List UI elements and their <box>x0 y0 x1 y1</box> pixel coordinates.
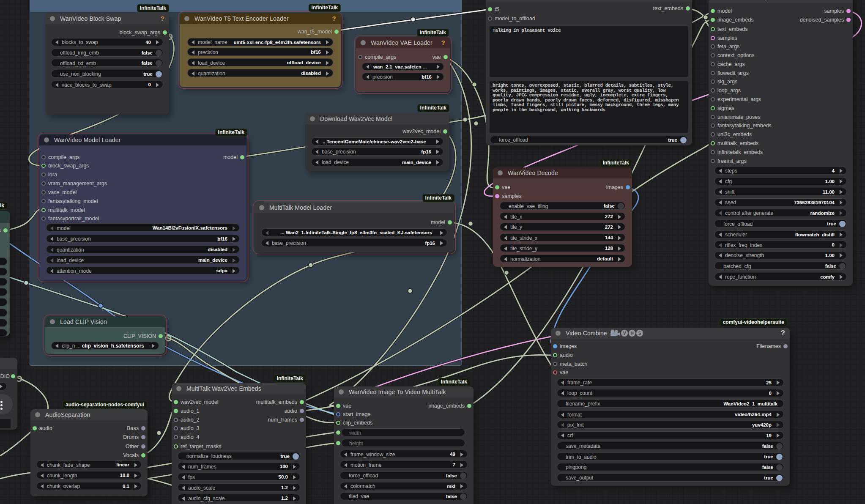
svg-text:S: S <box>638 331 641 336</box>
svg-text:H: H <box>630 331 633 336</box>
svg-text:V: V <box>623 331 626 336</box>
